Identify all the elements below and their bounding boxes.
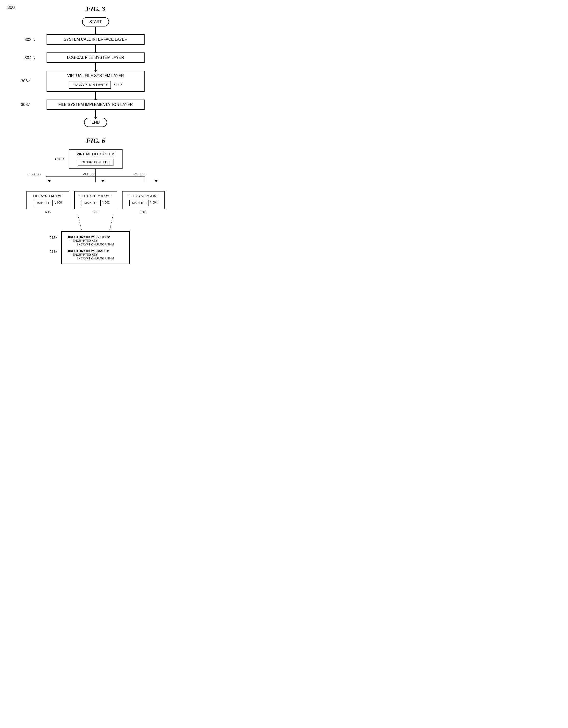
fig6-title: FIG. 6	[7, 137, 184, 145]
dir-vicyls-line2: ENCRYPTION ALGORITHM	[76, 243, 114, 246]
fs-list-wrap: FILE SYSTEM /LIST MAP FILE ∖ 604 610	[122, 191, 165, 214]
vfs-main-title: VIRTUAL FILE SYSTEM	[74, 152, 117, 156]
dir-vicyls-line1: ENCRYPTED KEY	[73, 239, 98, 243]
svg-text:ACCESS: ACCESS	[28, 172, 40, 176]
map-file-604: MAP FILE	[129, 200, 149, 206]
dashed-connector	[7, 214, 184, 231]
label-604: ∖ 604	[150, 201, 157, 204]
arrow5	[95, 110, 96, 117]
arrow2	[95, 45, 96, 52]
node-308: FILE SYSTEM IMPLEMENTATION LAYER	[47, 100, 145, 110]
node-306: VIRTUAL FILE SYSTEM LAYER ENCRYPTION LAY…	[47, 71, 145, 92]
node302-wrap: 302 ∖ SYSTEM CALL INTERFACE LAYER	[7, 34, 184, 45]
fig3-ref: 300	[7, 5, 15, 10]
arrow4	[95, 92, 96, 99]
fs-home-box: FILE SYSTEM /HOME MAP FILE ∖ 602	[74, 191, 117, 209]
global-conf-box: GLOBAL CONF FILE	[78, 159, 114, 166]
arrow1	[95, 27, 96, 34]
connector-area: ACCESS ACCESS ACCESS	[7, 169, 184, 189]
node-302: SYSTEM CALL INTERFACE LAYER	[47, 34, 145, 45]
dir-box: 612 ∕ DIRECTORY /HOME/VICYLS: → ENCRYPTE…	[61, 231, 130, 264]
dashed-svg	[7, 214, 184, 231]
label-614: 614 ∕	[50, 250, 57, 254]
label-302: 302 ∖	[25, 37, 35, 42]
start-node: START	[82, 17, 109, 26]
node308-wrap: 308 ∕ FILE SYSTEM IMPLEMENTATION LAYER	[7, 100, 184, 110]
node306-wrap: 306 ∕ VIRTUAL FILE SYSTEM LAYER ENCRYPTI…	[7, 71, 184, 92]
map-file-602: MAP FILE	[82, 200, 101, 206]
svg-line-12	[110, 215, 113, 230]
fig6-container: FIG. 6 616 ∖ VIRTUAL FILE SYSTEM GLOBAL …	[7, 137, 184, 264]
label-602: ∖ 602	[102, 201, 110, 204]
fs-list-title: FILE SYSTEM /LIST	[126, 194, 162, 198]
fig3-container: 300 FIG. 3 START 302 ∖ SYSTEM CALL INTER…	[7, 5, 184, 127]
label-608: 608	[74, 210, 117, 214]
fs-list-box: FILE SYSTEM /LIST MAP FILE ∖ 604	[122, 191, 165, 209]
fs-home-wrap: FILE SYSTEM /HOME MAP FILE ∖ 602 608	[74, 191, 117, 214]
encryption-layer-box: ENCRYPTION LAYER	[69, 81, 111, 89]
label-308: 308 ∕	[21, 102, 30, 107]
vfs-top-box: VIRTUAL FILE SYSTEM GLOBAL CONF FILE	[69, 149, 123, 169]
label-600: ∖ 600	[54, 201, 62, 204]
dir-section: 612 ∕ DIRECTORY /HOME/VICYLS: → ENCRYPTE…	[7, 231, 184, 264]
dir-vicyls-title: DIRECTORY /HOME/VICYLS:	[67, 235, 125, 239]
label-304: 304 ∖	[25, 55, 35, 60]
fs-tmp-box: FILE SYSTEM /TMP MAP FILE ∖ 600	[26, 191, 69, 209]
fs-home-title: FILE SYSTEM /HOME	[78, 194, 114, 198]
label-616: 616 ∖	[55, 157, 65, 161]
fig3-title: FIG. 3	[7, 5, 184, 13]
dir-vicyls: 612 ∕ DIRECTORY /HOME/VICYLS: → ENCRYPTE…	[67, 235, 125, 246]
label-612: 612 ∕	[50, 236, 57, 240]
dir-madiu-title: DIRECTORY /HOME/MADIU:	[67, 249, 125, 253]
connector-svg: ACCESS ACCESS ACCESS	[7, 169, 184, 189]
node304-wrap: 304 ∖ LOGICAL FILE SYSTEM LAYER	[7, 52, 184, 63]
fs-tmp-title: FILE SYSTEM /TMP	[30, 194, 66, 198]
svg-text:ACCESS: ACCESS	[83, 172, 95, 176]
label-307: ∖ 307	[113, 82, 123, 86]
label-606: 606	[26, 210, 69, 214]
svg-line-11	[78, 215, 81, 230]
dir-madiu-line2: ENCRYPTION ALGORITHM	[76, 257, 114, 260]
label-306: 306 ∕	[21, 79, 30, 84]
node-304: LOGICAL FILE SYSTEM LAYER	[47, 52, 145, 63]
dir-madiu-arrow: →	[69, 253, 72, 256]
arrow3	[95, 63, 96, 70]
vfs-top: 616 ∖ VIRTUAL FILE SYSTEM GLOBAL CONF FI…	[7, 149, 184, 169]
svg-text:ACCESS: ACCESS	[134, 172, 146, 176]
fig3-flowchart: START 302 ∖ SYSTEM CALL INTERFACE LAYER …	[7, 17, 184, 127]
dir-madiu-line1: ENCRYPTED KEY	[73, 253, 98, 256]
fs-tmp-wrap: FILE SYSTEM /TMP MAP FILE ∖ 600 606	[26, 191, 69, 214]
map-file-600: MAP FILE	[34, 200, 53, 206]
label-610: 610	[122, 210, 165, 214]
fig6-diagram: 616 ∖ VIRTUAL FILE SYSTEM GLOBAL CONF FI…	[7, 149, 184, 264]
dir-vicyls-arrow: →	[69, 239, 72, 243]
vfs-title: VIRTUAL FILE SYSTEM LAYER	[51, 74, 140, 78]
fs-row: FILE SYSTEM /TMP MAP FILE ∖ 600 606 FILE…	[7, 191, 184, 214]
dir-madiu: 614 ∕ DIRECTORY /HOME/MADIU: → ENCRYPTED…	[67, 249, 125, 260]
